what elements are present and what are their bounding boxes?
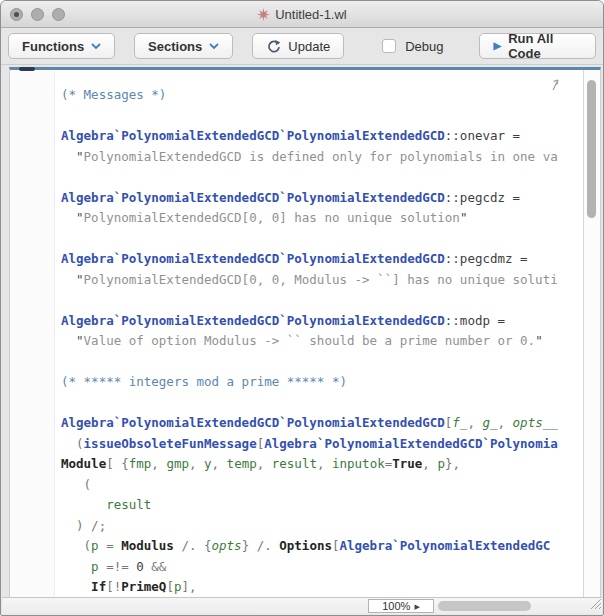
debug-label: Debug [405,39,443,54]
cursor-artifact-icon [550,77,561,96]
code-lines: (* Messages *) Algebra`PolynomialExtende… [61,85,583,598]
resize-grip[interactable] [589,595,601,613]
code-line: (issueObsoleteFunMessage[Algebra`Polynom… [61,434,583,455]
horizontal-scrollbar-thumb[interactable] [438,601,531,611]
play-icon: ▶ [494,41,502,51]
code-line: Algebra`PolynomialExtendedGCD`Polynomial… [61,413,583,434]
popup-arrow-icon: ▶ [414,603,419,610]
status-bar: 100% ▶ [2,597,602,614]
code-line [61,352,583,373]
code-line: Algebra`PolynomialExtendedGCD`Polynomial… [61,188,583,209]
code-line: "PolynomialExtendedGCD[0, 0] has no uniq… [61,208,583,229]
vertical-scrollbar[interactable] [583,70,600,598]
magnification-value: 100% [382,600,410,612]
sections-menu-button[interactable]: Sections [134,33,233,59]
zoom-button[interactable] [52,8,65,21]
refresh-icon [266,39,281,54]
code-line: "PolynomialExtendedGCD[0, 0, Modulus -> … [61,270,583,291]
code-editor[interactable]: (* Messages *) Algebra`PolynomialExtende… [55,70,583,598]
minimize-button[interactable] [31,8,44,21]
spikey-icon [257,8,270,21]
chevron-down-icon [209,43,219,50]
code-line: (* Messages *) [61,85,583,106]
run-all-code-button[interactable]: ▶ Run All Code [479,33,596,59]
magnification-control[interactable]: 100% ▶ [368,599,434,613]
code-line [61,106,583,127]
code-line [61,167,583,188]
functions-menu-button[interactable]: Functions [8,33,115,59]
code-line [61,290,583,311]
code-line: If[!PrimeQ[p], [61,577,583,598]
code-line: ( [61,475,583,496]
window-title-group: Untitled-1.wl [257,7,347,22]
app-window: Untitled-1.wl Functions Sections Update [0,0,604,616]
code-line: ) /; [61,516,583,537]
code-line: Algebra`PolynomialExtendedGCD`Polynomial… [61,311,583,332]
editor-gutter [10,70,55,598]
code-line: "PolynomialExtendedGCD is defined only f… [61,147,583,168]
code-line: p =!= 0 && [61,557,583,578]
code-line [61,229,583,250]
editor-top-marker [19,67,35,71]
script-editor: (* Messages *) Algebra`PolynomialExtende… [9,67,601,598]
debug-checkbox[interactable] [382,39,396,53]
code-line: "Value of option Modulus -> `` should be… [61,331,583,352]
code-line: Algebra`PolynomialExtendedGCD`Polynomial… [61,126,583,147]
code-line: (* ***** integers mod a prime ***** *) [61,372,583,393]
code-line: (p = Modulus /. {opts} /. Options[Algebr… [61,536,583,557]
debug-control: Debug [382,39,443,54]
functions-label: Functions [22,39,84,54]
sections-label: Sections [148,39,202,54]
code-line: Module[ {fmp, gmp, y, temp, result, inpu… [61,454,583,475]
title-bar: Untitled-1.wl [1,1,603,28]
vertical-scrollbar-thumb[interactable] [587,80,596,218]
code-line [61,393,583,414]
toolbar: Functions Sections Update Debug [1,28,603,65]
traffic-lights [10,8,65,21]
update-button[interactable]: Update [252,33,344,59]
close-button[interactable] [10,8,23,21]
code-line: Algebra`PolynomialExtendedGCD`Polynomial… [61,249,583,270]
code-line: result [61,495,583,516]
update-label: Update [288,39,330,54]
chevron-down-icon [91,43,101,50]
window-title: Untitled-1.wl [275,7,347,22]
run-all-code-label: Run All Code [508,31,581,61]
